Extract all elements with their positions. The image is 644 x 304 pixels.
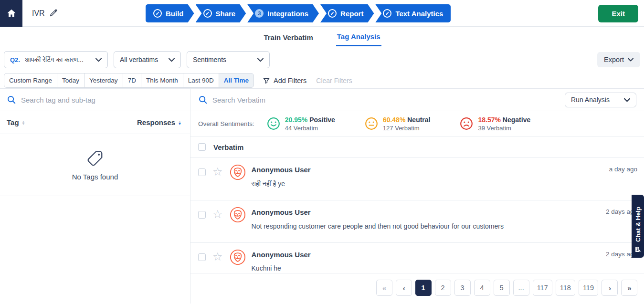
step-report[interactable]: ✓ Report xyxy=(320,4,374,22)
verbatim-row: ☆ Anonymous User Not responding customer… xyxy=(190,200,644,243)
star-icon[interactable]: ☆ xyxy=(212,250,223,273)
verbatim-row: ☆ Anonymous User सही नहीं है ye a day ag… xyxy=(190,158,644,200)
step-text-analytics[interactable]: ✓ Text Analytics xyxy=(375,4,451,22)
export-button[interactable]: Export xyxy=(597,52,640,67)
negative-name: Negative xyxy=(503,116,530,124)
range-yesterday[interactable]: Yesterday xyxy=(84,73,123,88)
row-checkbox[interactable] xyxy=(198,211,206,219)
range-this-month[interactable]: This Month xyxy=(141,73,183,88)
pagination: « ‹ 1 2 3 4 5 ... 117 118 119 › » xyxy=(190,273,644,296)
search-icon xyxy=(198,95,208,105)
tag-panel: Tag ▲▼ Responses ▲▼ No Tags found xyxy=(0,89,190,304)
step-integrations[interactable]: 3 Integrations xyxy=(247,4,319,22)
star-icon[interactable]: ☆ xyxy=(212,208,223,242)
anonymous-avatar xyxy=(230,164,246,200)
star-icon[interactable]: ☆ xyxy=(212,165,223,200)
edit-pencil-icon[interactable] xyxy=(49,9,57,17)
pagination-page-117[interactable]: 117 xyxy=(533,280,552,296)
question-dropdown[interactable]: Q2. आपकी रेटिंग का कारण... xyxy=(4,51,108,68)
row-checkbox[interactable] xyxy=(198,168,206,176)
tab-bar: Train Verbatim Tag Analysis xyxy=(0,27,644,47)
step-label: Integrations xyxy=(267,10,308,18)
timestamp: a day ago xyxy=(609,166,637,173)
wizard-steps: ✓ Build ✓ Share 3 Integrations ✓ Report … xyxy=(146,4,452,22)
survey-title: IVR xyxy=(32,9,45,18)
smiley-negative-icon xyxy=(460,117,473,130)
range-custom[interactable]: Custom Range xyxy=(4,73,57,88)
positive-name: Positive xyxy=(309,116,335,124)
pagination-page-119[interactable]: 119 xyxy=(579,280,598,296)
question-label: आपकी रेटिंग का कारण... xyxy=(25,56,84,64)
chat-help-tab[interactable]: Chat & Help xyxy=(632,195,644,258)
chat-help-label: Chat & Help xyxy=(634,207,642,242)
step-label: Text Analytics xyxy=(395,10,443,18)
pagination-last[interactable]: » xyxy=(621,280,637,296)
negative-pct: 18.57% xyxy=(478,116,500,124)
sentiment-positive: 20.95% Positive 44 Verbatim xyxy=(267,116,335,132)
user-name: Anonymous User xyxy=(252,249,636,259)
range-today[interactable]: Today xyxy=(57,73,84,88)
pagination-page-2[interactable]: 2 xyxy=(435,280,451,296)
verbatims-dropdown[interactable]: All verbatims xyxy=(114,51,181,68)
pagination-prev[interactable]: ‹ xyxy=(396,280,412,296)
positive-count: 44 Verbatim xyxy=(285,125,335,132)
range-7d[interactable]: 7D xyxy=(123,73,141,88)
sentiments-dropdown[interactable]: Sentiments xyxy=(187,51,270,68)
search-icon xyxy=(7,95,16,105)
negative-count: 39 Verbatim xyxy=(478,125,530,132)
verbatim-text: सही नहीं है ye xyxy=(252,180,636,188)
range-last-90d[interactable]: Last 90D xyxy=(183,73,219,88)
verbatim-search-input[interactable] xyxy=(212,96,560,104)
check-icon: ✓ xyxy=(153,9,162,18)
overall-sentiments: Overall Sentiments: 20.95% Positive 44 V… xyxy=(190,111,644,136)
tab-tag-analysis[interactable]: Tag Analysis xyxy=(336,27,381,46)
column-responses[interactable]: Responses ▲▼ xyxy=(137,118,181,126)
smiley-positive-icon xyxy=(267,117,280,130)
select-all-checkbox[interactable] xyxy=(198,143,206,151)
sentiment-neutral: 60.48% Neutral 127 Verbatim xyxy=(365,116,431,132)
anonymous-avatar xyxy=(230,207,246,242)
neutral-count: 127 Verbatim xyxy=(383,125,431,132)
sort-icon: ▲▼ xyxy=(22,120,25,125)
pagination-page-4[interactable]: 4 xyxy=(474,280,490,296)
funnel-icon xyxy=(263,77,270,84)
pagination-next[interactable]: › xyxy=(602,280,618,296)
step-share[interactable]: ✓ Share xyxy=(196,4,246,22)
pagination-page-118[interactable]: 118 xyxy=(556,280,575,296)
pagination-page-1[interactable]: 1 xyxy=(415,280,432,296)
overall-sentiments-label: Overall Sentiments: xyxy=(198,120,254,127)
step-build[interactable]: ✓ Build xyxy=(146,4,194,22)
step-label: Build xyxy=(166,10,184,18)
pagination-page-3[interactable]: 3 xyxy=(454,280,471,296)
tag-icon xyxy=(86,149,104,167)
verbatim-text: Kuchni he xyxy=(252,264,636,272)
step-label: Report xyxy=(340,10,363,18)
neutral-name: Neutral xyxy=(407,116,430,124)
pagination-page-5[interactable]: 5 xyxy=(494,280,510,296)
verbatim-text: Not responding customer care people and … xyxy=(252,222,636,230)
pagination-ellipsis[interactable]: ... xyxy=(513,280,529,296)
smiley-neutral-icon xyxy=(365,117,378,130)
user-name: Anonymous User xyxy=(252,207,636,216)
verbatims-value: All verbatims xyxy=(120,56,158,63)
row-checkbox[interactable] xyxy=(198,253,206,261)
home-button[interactable] xyxy=(0,0,22,27)
verbatim-panel: Run Analysis Overall Sentiments: 20.95% … xyxy=(190,89,644,304)
add-filters-button[interactable]: Add Filters xyxy=(263,77,306,84)
clear-filters-button[interactable]: Clear Filters xyxy=(316,77,352,84)
check-icon: ✓ xyxy=(328,9,337,18)
chevron-down-icon xyxy=(624,98,630,102)
chevron-down-icon xyxy=(95,58,102,62)
run-analysis-button[interactable]: Run Analysis xyxy=(565,93,636,107)
range-all-time[interactable]: All Time xyxy=(219,73,254,88)
home-icon xyxy=(6,8,17,19)
column-tag[interactable]: Tag ▲▼ xyxy=(7,118,25,126)
step-label: Share xyxy=(216,10,236,18)
tag-search-input[interactable] xyxy=(21,96,183,104)
exit-button[interactable]: Exit xyxy=(598,5,638,22)
pagination-first[interactable]: « xyxy=(376,280,392,296)
tags-empty-state: No Tags found xyxy=(0,134,190,196)
tab-train-verbatim[interactable]: Train Verbatim xyxy=(263,28,314,46)
anonymous-avatar xyxy=(230,249,246,273)
filter-bar: Q2. आपकी रेटिंग का कारण... All verbatims… xyxy=(0,47,644,89)
